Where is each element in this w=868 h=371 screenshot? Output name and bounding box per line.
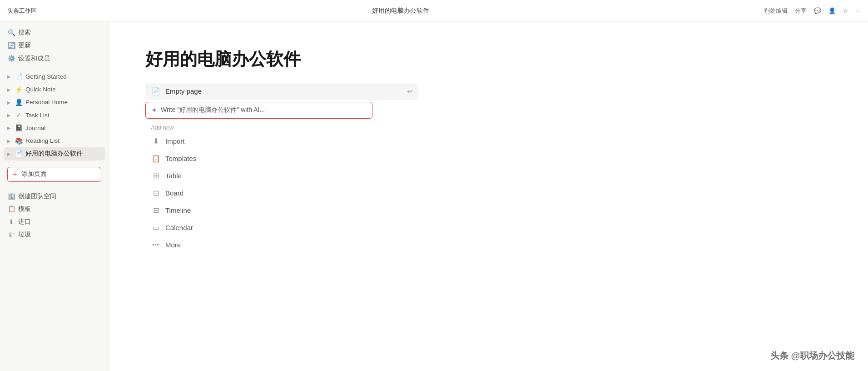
ai-write-button[interactable]: ✦ Write "好用的电脑办公软件" with AI... (145, 102, 372, 119)
workspace-name[interactable]: 头条工作区 (7, 7, 37, 15)
search-label: 搜索 (18, 28, 31, 37)
board-action-icon: ⊡ (151, 188, 161, 198)
add-page-button[interactable]: ＋ 添加页面 (7, 167, 101, 182)
current-page-icon: 📄 (15, 150, 23, 158)
action-label: Board (165, 189, 184, 197)
sidebar-item-quick-note[interactable]: ▶ ⚡ Quick Note (4, 83, 105, 96)
sidebar-item-getting-started[interactable]: ▶ 📄 Getting Started (4, 70, 105, 83)
templates-action-icon: 📋 (151, 154, 161, 164)
plus-icon: ＋ (11, 170, 19, 179)
journal-icon: 📓 (15, 124, 23, 132)
sidebar-item-journal[interactable]: ▶ 📓 Journal (4, 122, 105, 135)
action-label: Table (165, 172, 182, 180)
reading-list-icon: 📚 (15, 137, 23, 145)
sidebar-item-label: Task List (25, 111, 50, 120)
chevron-right-icon: ▶ (7, 99, 11, 106)
sidebar-item-label: 模板 (18, 205, 31, 214)
action-table[interactable]: ⊞ Table (145, 167, 418, 185)
task-list-icon: ✓ (15, 111, 23, 120)
empty-page-label: Empty page (165, 87, 202, 95)
sidebar-item-label: 进口 (18, 217, 31, 226)
sidebar-item-label: 垃圾 (18, 230, 31, 239)
sidebar-item-create-team[interactable]: 🏢 创建团队空间 (4, 190, 105, 203)
chevron-right-icon: ▶ (7, 150, 11, 157)
sidebar-item-label: 创建团队空间 (18, 192, 56, 201)
add-page-container: ＋ 添加页面 (0, 163, 109, 186)
action-more[interactable]: ••• More (145, 236, 418, 254)
action-board[interactable]: ⊡ Board (145, 185, 418, 202)
more-action-icon: ••• (151, 240, 161, 250)
sidebar-item-reading-list[interactable]: ▶ 📚 Reading List (4, 135, 105, 147)
create-team-icon: 🏢 (7, 192, 15, 201)
ai-plus-icon: ✦ (151, 106, 157, 115)
content-area: 好用的电脑办公软件 📄 Empty page ↩ ✦ Write "好用的电脑办… (109, 22, 868, 371)
sidebar-item-templates[interactable]: 📋 模板 (4, 203, 105, 216)
calendar-action-icon: ▭ (151, 223, 161, 233)
sidebar-top-section: 🔍 搜索 🔄 更新 ⚙️ 设置和成员 (0, 25, 109, 66)
add-new-label: Add new (145, 120, 418, 133)
sidebar-item-label: Quick Note (25, 85, 56, 94)
page-icon: 📄 (15, 73, 23, 81)
sidebar-item-import[interactable]: ⬇ 进口 (4, 216, 105, 228)
sidebar-item-settings[interactable]: ⚙️ 设置和成员 (4, 52, 105, 65)
update-icon: 🔄 (7, 41, 15, 50)
chevron-right-icon: ▶ (7, 138, 11, 145)
main-layout: 🔍 搜索 🔄 更新 ⚙️ 设置和成员 ▶ 📄 Getting Started ▶ (0, 22, 868, 371)
sidebar-item-task-list[interactable]: ▶ ✓ Task List (4, 109, 105, 122)
top-bar-right: 别处编辑 分享 💬 👤 ☆ ··· (764, 7, 861, 15)
table-action-icon: ⊞ (151, 171, 161, 181)
trash-icon: 🗑 (7, 231, 15, 239)
sidebar-item-personal-home[interactable]: ▶ 👤 Personal Home (4, 96, 105, 109)
update-label: 更新 (18, 41, 31, 50)
page-title-bar: 好用的电脑办公软件 (372, 7, 429, 15)
settings-label: 设置和成员 (18, 54, 50, 63)
sidebar-item-search[interactable]: 🔍 搜索 (4, 26, 105, 39)
sidebar-item-trash[interactable]: 🗑 垃圾 (4, 228, 105, 241)
import-icon: ⬇ (7, 218, 15, 226)
sidebar-item-label: 好用的电脑办公软件 (25, 149, 83, 158)
sidebar-item-current-page[interactable]: ▶ 📄 好用的电脑办公软件 (4, 147, 105, 160)
ai-write-label: Write "好用的电脑办公软件" with AI... (161, 106, 265, 114)
action-label: Templates (165, 155, 196, 162)
import-action-icon: ⬇ (151, 136, 161, 146)
sidebar-divider (0, 66, 109, 70)
action-templates[interactable]: 📋 Templates (145, 150, 418, 167)
sidebar: 🔍 搜索 🔄 更新 ⚙️ 设置和成员 ▶ 📄 Getting Started ▶ (0, 22, 109, 371)
action-label: Calendar (165, 224, 193, 231)
share-button[interactable]: 分享 (795, 7, 807, 15)
action-import[interactable]: ⬇ Import (145, 133, 418, 150)
empty-page-icon: 📄 (151, 86, 161, 96)
action-list: 📄 Empty page ↩ ✦ Write "好用的电脑办公软件" with … (145, 83, 418, 254)
sidebar-divider-2 (0, 186, 109, 189)
chevron-right-icon: ▶ (7, 86, 11, 93)
sidebar-item-update[interactable]: 🔄 更新 (4, 39, 105, 52)
personal-home-icon: 👤 (15, 98, 23, 106)
sidebar-item-label: Journal (25, 124, 45, 133)
user-icon[interactable]: 👤 (828, 7, 836, 14)
edit-elsewhere-button[interactable]: 别处编辑 (764, 7, 788, 15)
timeline-action-icon: ⊟ (151, 206, 161, 216)
sidebar-nav-section: ▶ 📄 Getting Started ▶ ⚡ Quick Note ▶ 👤 P… (0, 70, 109, 161)
chevron-right-icon: ▶ (7, 125, 11, 131)
sidebar-bottom-section: 🏢 创建团队空间 📋 模板 ⬇ 进口 🗑 垃圾 (0, 189, 109, 242)
star-icon[interactable]: ☆ (843, 7, 848, 14)
action-calendar[interactable]: ▭ Calendar (145, 219, 418, 236)
add-page-label: 添加页面 (21, 170, 47, 178)
action-label: Timeline (165, 206, 191, 214)
search-icon: 🔍 (7, 29, 15, 37)
more-icon[interactable]: ··· (856, 7, 861, 14)
empty-page-button[interactable]: 📄 Empty page ↩ (145, 83, 418, 100)
templates-icon: 📋 (7, 205, 15, 213)
top-bar-left: 头条工作区 (7, 7, 37, 15)
comment-icon[interactable]: 💬 (814, 7, 821, 14)
top-bar: 头条工作区 好用的电脑办公软件 别处编辑 分享 💬 👤 ☆ ··· (0, 0, 868, 22)
settings-icon: ⚙️ (7, 55, 15, 63)
action-label: Import (165, 137, 185, 145)
sidebar-item-label: Getting Started (25, 72, 67, 81)
action-timeline[interactable]: ⊟ Timeline (145, 202, 418, 219)
page-title: 好用的电脑办公软件 (145, 49, 832, 70)
sidebar-item-label: Personal Home (25, 98, 68, 107)
quick-note-icon: ⚡ (15, 85, 23, 94)
chevron-right-icon: ▶ (7, 73, 11, 80)
chevron-right-icon: ▶ (7, 112, 11, 119)
